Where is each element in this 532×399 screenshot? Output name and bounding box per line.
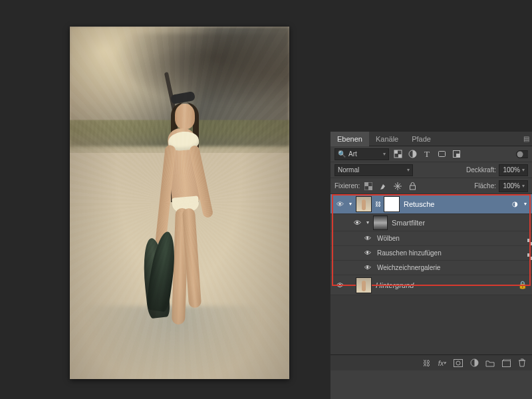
layer-name[interactable]: Retusche (401, 200, 508, 208)
lock-position-icon[interactable] (392, 180, 404, 192)
filter-adjustment-icon[interactable] (406, 148, 418, 160)
document-canvas[interactable] (70, 27, 289, 379)
svg-rect-8 (517, 151, 523, 157)
filter-rauschen[interactable]: 👁 Rauschen hinzufügen (331, 246, 532, 261)
filter-toggle[interactable] (516, 148, 528, 160)
svg-rect-1 (394, 150, 398, 154)
filter-smartobj-icon[interactable] (450, 148, 462, 160)
svg-rect-10 (364, 182, 368, 186)
fx-icon[interactable]: fx▾ (435, 357, 450, 369)
tab-paths[interactable]: Pfade (405, 132, 438, 146)
fill-label: Fläche: (474, 182, 496, 190)
add-mask-icon[interactable] (451, 357, 466, 369)
lock-fill-row: Fixieren: Fläche: 100%▾ (331, 178, 532, 194)
svg-rect-2 (398, 154, 402, 158)
new-adjustment-icon[interactable] (467, 357, 481, 369)
blend-opacity-row: Normal▾ Deckkraft: 100%▾ (331, 162, 532, 178)
filter-shape-icon[interactable] (436, 148, 448, 160)
tab-layers[interactable]: Ebenen (331, 132, 369, 146)
filter-type-icon[interactable]: T (421, 148, 433, 160)
effects-expand-icon[interactable] (521, 201, 529, 207)
smart-object-icon: ◑ (508, 200, 521, 207)
opacity-field[interactable]: 100%▾ (499, 164, 528, 176)
lock-icon[interactable]: 🔒 (516, 281, 529, 289)
layer-list: 👁 ⛓ Retusche ◑ 👁 Smartfilter 👁 Wölben 👁 … (331, 194, 532, 354)
panel-tabbar: Ebenen Kanäle Pfade ▤ (331, 132, 532, 146)
lock-label: Fixieren: (334, 182, 360, 190)
visibility-icon[interactable]: 👁 (333, 200, 346, 208)
filter-label: Art (348, 150, 357, 158)
layer-thumb[interactable] (356, 277, 372, 293)
panel-menu-icon[interactable]: ▤ (520, 135, 532, 142)
link-icon[interactable]: ⛓ (373, 201, 382, 207)
visibility-icon[interactable]: 👁 (361, 249, 374, 257)
smart-filters-label: Smartfilter (389, 219, 532, 227)
layer-mask-thumb[interactable] (384, 196, 400, 212)
svg-point-14 (456, 361, 460, 365)
filter-weichzeichner[interactable]: 👁 Weichzeichnergalerie (331, 261, 532, 275)
layer-thumb[interactable] (356, 196, 372, 212)
link-layers-icon[interactable]: ⛓ (419, 357, 434, 369)
layer-name[interactable]: Hintergrund (373, 281, 516, 289)
svg-rect-12 (410, 186, 415, 190)
smart-filters-header[interactable]: 👁 Smartfilter (331, 214, 532, 231)
expand-icon[interactable] (346, 201, 354, 207)
fill-field[interactable]: 100%▾ (499, 180, 528, 192)
visibility-icon[interactable]: 👁 (333, 281, 346, 289)
layer-retusche[interactable]: 👁 ⛓ Retusche ◑ (331, 194, 532, 214)
visibility-icon[interactable]: 👁 (361, 235, 374, 242)
filter-row: 🔍 Art ▾ T (331, 146, 532, 162)
lock-transparency-icon[interactable] (362, 180, 374, 192)
visibility-icon[interactable]: 👁 (361, 264, 374, 271)
filter-woelben[interactable]: 👁 Wölben (331, 231, 532, 246)
opacity-label: Deckkraft: (466, 166, 496, 174)
panel-footer: ⛓ fx▾ (331, 354, 532, 370)
layers-panel: Ebenen Kanäle Pfade ▤ 🔍 Art ▾ T Normal▾ … (330, 132, 532, 399)
lock-all-icon[interactable] (406, 180, 418, 192)
svg-rect-11 (368, 186, 372, 190)
filter-mask-thumb[interactable] (373, 215, 388, 230)
new-group-icon[interactable] (483, 357, 497, 369)
blend-mode-select[interactable]: Normal▾ (334, 164, 413, 176)
svg-rect-6 (456, 154, 460, 158)
svg-rect-13 (454, 359, 463, 366)
layer-hintergrund[interactable]: 👁 Hintergrund 🔒 (331, 275, 532, 295)
svg-rect-16 (502, 360, 510, 366)
tab-channels[interactable]: Kanäle (369, 132, 405, 146)
empty-area[interactable] (331, 295, 532, 354)
layer-filter-type[interactable]: 🔍 Art ▾ (334, 148, 389, 160)
new-layer-icon[interactable] (499, 357, 513, 369)
lock-pixels-icon[interactable] (377, 180, 389, 192)
visibility-icon[interactable]: 👁 (350, 219, 364, 227)
filter-pixel-icon[interactable] (392, 148, 404, 160)
delete-layer-icon[interactable] (515, 357, 529, 369)
svg-rect-4 (438, 152, 445, 157)
expand-icon[interactable] (364, 219, 372, 225)
